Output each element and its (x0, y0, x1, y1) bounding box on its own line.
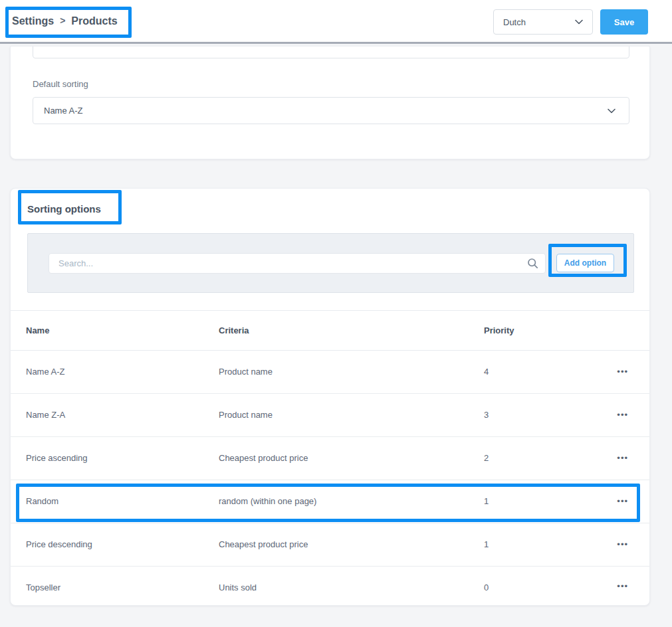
chevron-down-icon (608, 108, 616, 114)
table-row-name-z-a[interactable]: Name Z-A Product name 3 ••• (11, 394, 649, 437)
language-select[interactable]: Dutch (493, 9, 593, 35)
breadcrumb-products[interactable]: Products (71, 15, 117, 27)
cell-priority: 4 (484, 351, 489, 393)
cell-criteria: Units sold (219, 567, 257, 609)
table-row-price-descending[interactable]: Price descending Cheapest product price … (11, 523, 649, 567)
cell-name: Name A-Z (26, 351, 65, 393)
row-more-icon[interactable]: ••• (613, 582, 632, 591)
cell-priority: 1 (484, 480, 489, 523)
search-icon (527, 258, 538, 269)
column-header-priority: Priority (484, 311, 514, 350)
row-more-icon[interactable]: ••• (613, 497, 632, 506)
cell-priority: 3 (484, 394, 489, 436)
sorting-options-toolbar: Add option (27, 233, 634, 293)
table-row-price-ascending[interactable]: Price ascending Cheapest product price 2… (11, 437, 649, 480)
table-row-random[interactable]: Random random (within one page) 1 ••• (11, 480, 649, 523)
table-body: Name A-Z Product name 4 ••• Name Z-A Pro… (11, 351, 649, 606)
general-settings-card: Default sorting Name A-Z (10, 46, 650, 159)
cell-name: Price descending (26, 523, 92, 566)
row-more-icon[interactable]: ••• (613, 454, 632, 463)
search-input[interactable] (49, 253, 546, 274)
language-select-value: Dutch (503, 17, 526, 27)
column-header-criteria: Criteria (219, 311, 249, 350)
cell-name: Price ascending (26, 437, 88, 480)
clipped-text-input[interactable] (33, 46, 629, 58)
cell-criteria: Product name (219, 351, 273, 393)
row-more-icon[interactable]: ••• (613, 367, 632, 377)
default-sorting-label: Default sorting (33, 79, 88, 89)
row-more-icon[interactable]: ••• (613, 540, 632, 549)
row-more-icon[interactable]: ••• (613, 410, 632, 420)
table-row-name-a-z[interactable]: Name A-Z Product name 4 ••• (11, 351, 649, 394)
search-field-wrapper (49, 253, 546, 274)
save-button[interactable]: Save (600, 9, 648, 35)
cell-priority: 2 (484, 437, 489, 480)
cell-priority: 1 (484, 523, 489, 566)
default-sorting-select[interactable]: Name A-Z (33, 97, 629, 124)
chevron-down-icon (575, 19, 583, 25)
breadcrumb: Settings > Products (12, 0, 118, 42)
top-bar: Settings > Products Dutch Save (0, 0, 672, 44)
cell-name: Name Z-A (26, 394, 65, 436)
cell-criteria: Product name (219, 394, 273, 436)
cell-priority: 0 (484, 567, 489, 609)
sorting-options-title: Sorting options (27, 203, 101, 215)
cell-name: Random (26, 480, 58, 523)
cell-name: Topseller (26, 567, 60, 609)
cell-criteria: random (within one page) (219, 480, 316, 523)
products-settings-page: Settings > Products Dutch Save Default s… (0, 0, 672, 627)
sorting-options-card: Sorting options Add option Name Criteria… (10, 188, 650, 606)
cell-criteria: Cheapest product price (219, 523, 308, 566)
column-header-name: Name (26, 311, 49, 350)
default-sorting-value: Name A-Z (44, 106, 83, 116)
add-option-button[interactable]: Add option (556, 254, 614, 272)
table-header-row: Name Criteria Priority (11, 310, 649, 351)
cell-criteria: Cheapest product price (219, 437, 308, 480)
table-row-topseller[interactable]: Topseller Units sold 0 ••• (11, 567, 649, 606)
breadcrumb-separator-icon: > (60, 15, 65, 26)
breadcrumb-settings[interactable]: Settings (12, 15, 54, 27)
